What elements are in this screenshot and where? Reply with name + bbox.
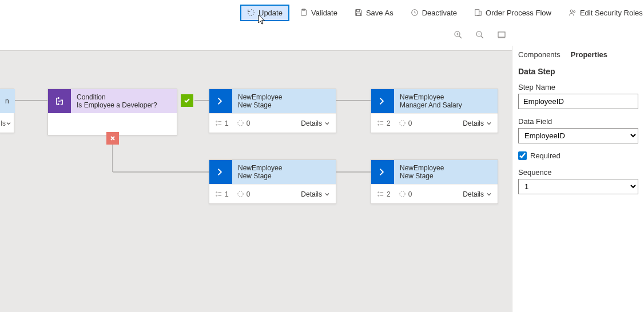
step-name-input[interactable]: [518, 94, 638, 109]
data-field-label: Data Field: [518, 117, 638, 126]
sequence-label: Sequence: [518, 168, 638, 177]
svg-point-18: [58, 98, 59, 99]
zoom-out-button[interactable]: [475, 30, 485, 40]
edit-roles-button[interactable]: Edit Security Roles: [562, 5, 644, 21]
validate-label: Validate: [311, 9, 337, 17]
stage-icon: [209, 89, 232, 113]
deactivate-icon: [411, 9, 419, 17]
roles-icon: [569, 9, 577, 17]
svg-point-23: [378, 121, 379, 122]
order-flow-label: Order Process Flow: [486, 9, 551, 17]
stage-icon: [371, 89, 394, 113]
order-flow-button[interactable]: Order Process Flow: [467, 5, 558, 21]
details-toggle[interactable]: Details: [301, 190, 330, 198]
sequence-select[interactable]: 1: [518, 179, 638, 194]
svg-point-21: [216, 124, 217, 125]
loops-count: 0: [399, 119, 412, 127]
properties-panel: Components Properties Data Step Step Nam…: [512, 46, 644, 312]
fit-screen-button[interactable]: [496, 30, 507, 40]
chevron-down-icon: [324, 121, 330, 126]
details-toggle[interactable]: Details: [463, 190, 492, 198]
save-icon: [355, 9, 363, 17]
svg-point-6: [570, 10, 573, 12]
stage-entity: NewEmployee: [238, 164, 330, 172]
partial-text: n: [5, 97, 9, 105]
list-icon: [377, 190, 384, 198]
stage-node-3[interactable]: NewEmployee New Stage 1 0 Details: [209, 159, 336, 204]
svg-point-27: [216, 195, 217, 196]
circle-dashed-icon: [399, 119, 406, 127]
order-icon: [474, 9, 482, 17]
condition-node[interactable]: Condition Is Employee a Developer?: [47, 89, 177, 135]
svg-point-25: [400, 121, 405, 126]
list-icon: [215, 190, 222, 198]
stage-icon: [209, 160, 232, 184]
tab-properties[interactable]: Properties: [571, 50, 607, 59]
update-label: Update: [259, 9, 283, 17]
details-toggle[interactable]: Details: [301, 119, 330, 127]
zoom-controls: [453, 30, 507, 40]
validate-button[interactable]: Validate: [293, 5, 344, 21]
loops-count: 0: [399, 190, 412, 198]
svg-point-28: [238, 191, 243, 197]
tab-components[interactable]: Components: [518, 50, 560, 59]
list-icon: [215, 119, 222, 127]
deactivate-button[interactable]: Deactivate: [404, 5, 464, 21]
stage-entity: NewEmployee: [400, 164, 492, 172]
svg-rect-11: [498, 32, 505, 37]
svg-rect-2: [356, 10, 359, 12]
svg-rect-5: [475, 10, 479, 16]
clipboard-icon: [300, 9, 308, 17]
required-checkbox[interactable]: [518, 151, 527, 160]
chevron-down-icon: [324, 191, 330, 197]
stage-name: New Stage: [238, 101, 330, 109]
partial-details: ls: [1, 119, 6, 127]
panel-heading: Data Step: [518, 67, 638, 76]
svg-point-22: [238, 121, 243, 126]
loops-count: 0: [237, 119, 251, 127]
chevron-down-icon: [6, 121, 11, 126]
update-button[interactable]: Update: [240, 5, 289, 21]
deactivate-label: Deactivate: [422, 9, 457, 17]
condition-yes-badge: [181, 94, 193, 107]
list-icon: [377, 119, 384, 127]
steps-count: 2: [377, 119, 391, 127]
details-toggle[interactable]: Details: [463, 119, 492, 127]
data-field-select[interactable]: EmployeeID: [518, 128, 638, 143]
stage-node-4[interactable]: NewEmployee New Stage 2 0 Details: [371, 159, 498, 204]
process-canvas[interactable]: n ls Condition Is Employee a Developer?: [0, 50, 512, 312]
circle-dashed-icon: [399, 190, 406, 198]
chevron-down-icon: [486, 121, 492, 126]
edit-roles-label: Edit Security Roles: [580, 9, 643, 17]
steps-count: 1: [215, 190, 229, 198]
circle-dashed-icon: [237, 190, 244, 198]
condition-title: Condition: [77, 93, 171, 101]
stage-node-1[interactable]: NewEmployee New Stage 1 0 Details: [209, 89, 336, 133]
stage-name: New Stage: [400, 172, 492, 180]
chevron-down-icon: [486, 191, 492, 197]
steps-count: 2: [377, 190, 391, 198]
loops-count: 0: [237, 190, 251, 198]
stage-name: New Stage: [238, 172, 330, 180]
svg-point-7: [573, 11, 575, 13]
save-as-button[interactable]: Save As: [348, 5, 400, 21]
stage-node-2[interactable]: NewEmployee Manager And Salary 2 0 Detai…: [371, 89, 498, 133]
svg-point-19: [58, 104, 59, 105]
svg-point-30: [378, 195, 379, 196]
required-label: Required: [530, 151, 560, 160]
zoom-in-button[interactable]: [453, 30, 463, 40]
svg-point-24: [378, 124, 379, 125]
step-name-label: Step Name: [518, 83, 638, 91]
circle-dashed-icon: [237, 119, 244, 127]
condition-no-badge: [106, 132, 119, 145]
stage-icon: [371, 160, 394, 184]
svg-point-31: [400, 191, 405, 197]
condition-subtitle: Is Employee a Developer?: [77, 101, 171, 109]
stage-entity: NewEmployee: [238, 93, 330, 101]
svg-point-29: [378, 192, 379, 193]
stage-entity: NewEmployee: [400, 93, 492, 101]
save-as-label: Save As: [366, 9, 393, 17]
svg-point-26: [216, 192, 217, 193]
stage-node-partial[interactable]: n ls: [0, 89, 14, 133]
condition-icon: [48, 89, 71, 113]
